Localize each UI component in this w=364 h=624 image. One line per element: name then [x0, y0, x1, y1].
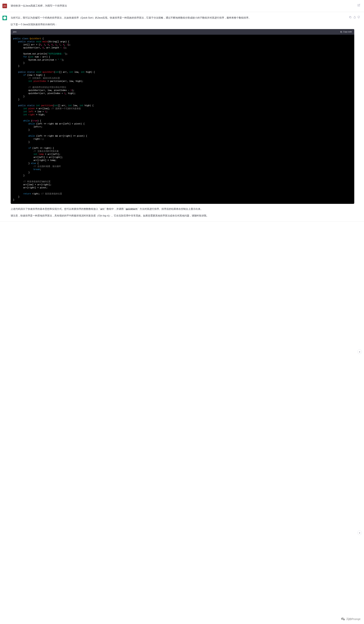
inline-code-arr: arr [100, 208, 105, 210]
user-avatar: ZH [2, 4, 7, 8]
svg-rect-0 [341, 31, 342, 32]
code-block: java Copy code public class QuickSort { … [11, 29, 354, 204]
assistant-paragraph-4: 请注意，快速排序是一种原地排序算法，具有很好的平均和最坏情况时间复杂度（O(n … [11, 214, 354, 218]
copy-icon[interactable] [349, 16, 352, 19]
inline-code-quicksort: quickSort [125, 208, 138, 210]
edit-message-button-wrap [357, 4, 360, 7]
user-message-content: 请你扮演一位Java高级工程师，为我写一个排序算法 [11, 4, 362, 8]
assistant-paragraph-2: 以下是一个Java实现快速排序的示例代码： [11, 22, 354, 27]
assistant-avatar [2, 16, 7, 20]
user-avatar-text: ZH [3, 5, 6, 7]
bottom-spacer [0, 222, 364, 261]
assistant-paragraph-1: 当然可以，我可以为您编写一个经典的排序算法，比如快速排序（Quick Sort）… [11, 16, 354, 20]
code-pre[interactable]: public class QuickSort { public static v… [11, 35, 354, 204]
user-message-row: ZH 请你扮演一位Java高级工程师，为我写一个排序算法 [0, 0, 364, 12]
edit-icon[interactable] [357, 4, 360, 7]
code-header: java Copy code [11, 29, 354, 35]
thumbs-up-icon[interactable] [353, 16, 356, 19]
assistant-message-row: 当然可以，我可以为您编写一个经典的排序算法，比如快速排序（Quick Sort）… [0, 12, 364, 222]
assistant-action-bar [349, 16, 360, 19]
code-language-label: java [13, 30, 16, 33]
assistant-content: 当然可以，我可以为您编写一个经典的排序算法，比如快速排序（Quick Sort）… [11, 16, 362, 218]
assistant-paragraph-3: 上述代码演示了快速排序的基本思想和实现方式。您可以将要排序的整数数组放入 `ar… [11, 207, 354, 211]
svg-rect-1 [350, 17, 351, 18]
thumbs-down-icon[interactable] [357, 16, 360, 19]
copy-code-label: Copy code [343, 30, 352, 33]
user-message-text: 请你扮演一位Java高级工程师，为我写一个排序算法 [11, 4, 354, 8]
code-content: public class QuickSort { public static v… [13, 37, 352, 201]
copy-code-button[interactable]: Copy code [340, 30, 352, 33]
